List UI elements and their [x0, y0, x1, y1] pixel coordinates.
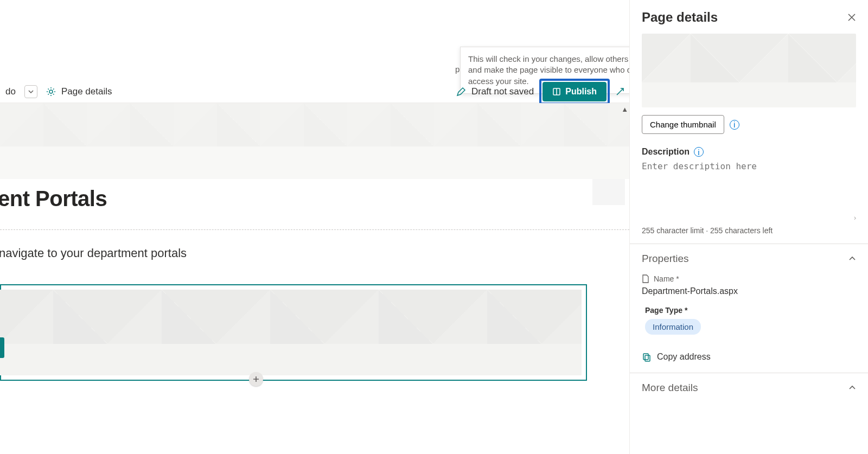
publish-button[interactable]: Publish	[542, 82, 607, 101]
thumbnail-preview	[642, 34, 856, 107]
toolbar-page-details-label[interactable]: Page details	[61, 86, 112, 97]
edit-pencil-icon[interactable]	[456, 87, 466, 97]
chevron-up-icon	[848, 255, 856, 263]
page-type-chip[interactable]: Information	[645, 319, 701, 335]
more-details-title: More details	[642, 382, 698, 394]
more-details-section-header[interactable]: More details	[630, 373, 868, 402]
panel-title: Page details	[642, 10, 718, 25]
hero-edge-shadow	[592, 179, 625, 205]
hero-background-pattern	[0, 103, 629, 179]
page-details-panel: Page details Change thumbnail i Descript…	[629, 0, 868, 454]
toolbar-dropdown-button[interactable]	[24, 85, 37, 98]
page-subtitle-text[interactable]: navigate to your department portals	[0, 246, 629, 260]
selected-webpart[interactable]	[0, 284, 587, 381]
description-info-icon[interactable]: i	[694, 147, 704, 157]
expand-icon[interactable]	[615, 87, 625, 97]
hero-banner	[0, 103, 629, 179]
close-icon[interactable]	[847, 13, 856, 22]
section-dashed-separator	[0, 229, 629, 230]
chevron-up-icon	[848, 384, 856, 392]
svg-point-0	[49, 90, 53, 93]
page-title[interactable]: ent Portals	[0, 187, 629, 211]
file-icon	[642, 274, 649, 283]
page-edit-toolbar: do Page details Draft not saved Publish	[0, 80, 629, 103]
publish-button-highlight: Publish	[539, 79, 610, 105]
webpart-background-pattern	[0, 290, 582, 375]
name-field-label: Name *	[654, 274, 679, 283]
description-label: Description	[642, 147, 690, 157]
properties-section-header[interactable]: Properties	[630, 244, 868, 270]
svg-rect-3	[643, 354, 648, 360]
svg-rect-4	[645, 355, 650, 361]
publish-button-label: Publish	[565, 87, 597, 97]
add-section-button[interactable]	[249, 372, 263, 386]
draft-status-text: Draft not saved	[471, 86, 534, 97]
properties-section-title: Properties	[642, 253, 689, 265]
name-field-value[interactable]: Department-Portals.aspx	[642, 286, 856, 296]
page-type-label: Page Type *	[645, 306, 856, 315]
copy-address-label: Copy address	[657, 352, 711, 362]
copy-address-button[interactable]: Copy address	[630, 350, 868, 373]
change-thumbnail-button[interactable]: Change thumbnail	[642, 115, 724, 134]
scroll-up-arrow-icon[interactable]: ▲	[621, 105, 628, 113]
description-textarea[interactable]	[642, 161, 856, 221]
toolbar-do-label: do	[5, 86, 16, 97]
gear-icon[interactable]	[46, 87, 56, 97]
copy-icon	[642, 352, 652, 362]
thumbnail-info-icon[interactable]: i	[730, 120, 739, 130]
character-limit-text: 255 character limit · 255 characters lef…	[630, 223, 868, 244]
webpart-drag-handle[interactable]	[0, 337, 4, 358]
